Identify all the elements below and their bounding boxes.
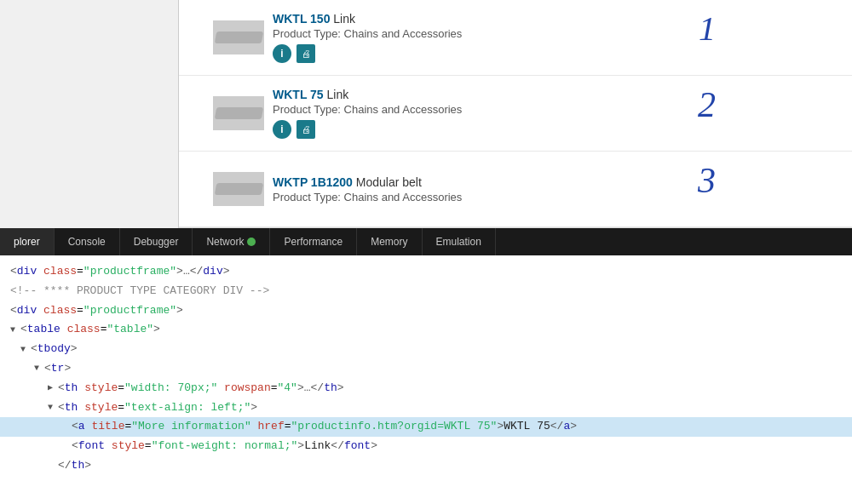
tab-explorer[interactable]: plorer xyxy=(0,228,55,255)
product-link-2[interactable]: WKTL 75 xyxy=(273,88,324,101)
triangle-8[interactable] xyxy=(48,401,58,415)
tab-performance-label: Performance xyxy=(284,236,343,248)
tab-memory-label: Memory xyxy=(371,236,407,248)
code-line-4: <table class="table"> xyxy=(0,320,852,340)
handwritten-1: 1 xyxy=(699,9,716,49)
product-image-3 xyxy=(213,172,264,206)
product-title-3: WKTP 1B1200 Modular belt xyxy=(273,175,835,189)
code-line-10: <font style="font-weight: normal;">Link<… xyxy=(0,437,852,456)
product-image-1 xyxy=(213,20,264,54)
code-line-5: <tbody> xyxy=(0,340,852,359)
product-listing-section: WKTL 150 Link Product Type: Chains and A… xyxy=(0,0,852,228)
product-row-3: WKTP 1B1200 Modular belt Product Type: C… xyxy=(179,152,852,227)
network-label: Network xyxy=(206,236,244,248)
code-line-11: </th> xyxy=(0,456,852,476)
print-icon-1[interactable]: 🖨 xyxy=(296,44,315,63)
product-icons-1: i 🖨 xyxy=(273,44,835,63)
code-line-6: <tr> xyxy=(0,359,852,379)
code-line-1: <div class="productframe">…</div> xyxy=(0,262,852,282)
product-info-1: WKTL 150 Link Product Type: Chains and A… xyxy=(273,12,835,63)
info-icon-2[interactable]: i xyxy=(273,120,291,139)
tab-explorer-label: plorer xyxy=(14,236,40,248)
tab-debugger[interactable]: Debugger xyxy=(120,228,193,255)
product-area: WKTL 150 Link Product Type: Chains and A… xyxy=(179,0,852,228)
product-title-1: WKTL 150 Link xyxy=(273,12,835,26)
product-type-2: Product Type: Chains and Accessories xyxy=(273,103,835,116)
product-type-1: Product Type: Chains and Accessories xyxy=(273,27,835,40)
triangle-4[interactable] xyxy=(10,324,20,337)
network-tab-content: Network xyxy=(206,236,256,248)
devtools-toolbar: plorer Console Debugger Network Performa… xyxy=(0,228,852,255)
product-info-2: WKTL 75 Link Product Type: Chains and Ac… xyxy=(273,88,835,139)
print-icon-2[interactable]: 🖨 xyxy=(296,120,315,139)
product-link-3[interactable]: WKTP 1B1200 xyxy=(273,175,353,189)
info-icon-1[interactable]: i xyxy=(273,44,291,63)
product-info-3: WKTP 1B1200 Modular belt Product Type: C… xyxy=(273,175,835,203)
product-row-1: WKTL 150 Link Product Type: Chains and A… xyxy=(179,0,852,76)
left-panel xyxy=(0,0,179,228)
tab-debugger-label: Debugger xyxy=(134,236,179,248)
product-icons-2: i 🖨 xyxy=(273,120,835,139)
tab-emulation[interactable]: Emulation xyxy=(423,228,496,255)
triangle-5[interactable] xyxy=(20,343,31,357)
triangle-6[interactable] xyxy=(34,362,44,375)
tab-emulation-label: Emulation xyxy=(436,236,481,248)
product-link-1[interactable]: WKTL 150 xyxy=(273,12,330,26)
code-text-1: < xyxy=(10,263,17,281)
product-image-2 xyxy=(213,96,264,130)
handwritten-2: 2 xyxy=(698,84,716,125)
product-title-2: WKTL 75 Link xyxy=(273,88,835,101)
code-line-3: <div class="productframe"> xyxy=(0,301,852,321)
tab-console-label: Console xyxy=(68,236,106,248)
tab-memory[interactable]: Memory xyxy=(357,228,422,255)
product-type-3: Product Type: Chains and Accessories xyxy=(273,191,835,203)
code-panel: <div class="productframe">…</div> <!-- *… xyxy=(0,255,852,483)
triangle-7[interactable] xyxy=(48,381,58,395)
code-line-2: <!-- **** PRODUCT TYPE CATEGORY DIV --> xyxy=(0,282,852,301)
tab-network[interactable]: Network xyxy=(193,228,270,255)
code-line-8: <th style="text-align: left;"> xyxy=(0,398,852,418)
tab-console[interactable]: Console xyxy=(55,228,120,255)
tab-performance[interactable]: Performance xyxy=(270,228,357,255)
code-comment: <!-- **** PRODUCT TYPE CATEGORY DIV --> xyxy=(10,283,269,301)
network-active-dot xyxy=(247,238,256,246)
handwritten-3: 3 xyxy=(698,160,716,201)
product-row-2: WKTL 75 Link Product Type: Chains and Ac… xyxy=(179,76,852,152)
code-line-7: <th style="width: 70px;" rowspan="4">…</… xyxy=(0,379,852,398)
code-line-9: <a title="More information" href="produc… xyxy=(0,417,852,437)
